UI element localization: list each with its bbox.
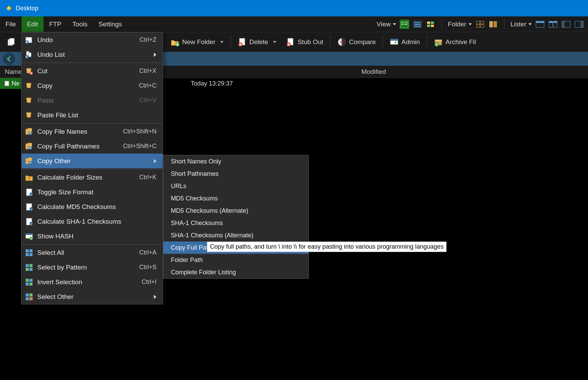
submenu-item-label: URLs (171, 183, 301, 190)
edit-menu-item[interactable]: Show HASH (22, 229, 163, 244)
stub-out-icon (286, 38, 295, 47)
svg-marker-37 (220, 41, 224, 43)
submenu-item-label: Complete Folder Listing (171, 269, 301, 276)
new-folder-button[interactable]: New Folder (166, 35, 228, 49)
copy-files-button[interactable] (3, 35, 20, 49)
copy-other-item[interactable]: Short Names Only (163, 155, 309, 168)
menu-item-shortcut: Ctrl+Z (140, 36, 157, 43)
copy-files-icon (7, 38, 16, 47)
svg-marker-70 (154, 159, 157, 163)
svg-rect-35 (10, 38, 14, 44)
lister-layout-1-icon[interactable] (535, 19, 545, 29)
dual-pane-icon[interactable] (488, 19, 498, 29)
svg-rect-54 (28, 53, 31, 57)
back-button[interactable] (3, 53, 15, 65)
edit-menu-item[interactable]: ACopy Other (22, 154, 163, 168)
menu-item-label: Copy (37, 82, 124, 90)
edit-menu-item[interactable]: CutCtrl+X (22, 64, 163, 78)
copy-other-item[interactable]: SHA-1 Checksums (163, 217, 309, 229)
edit-menu-item[interactable]: Select Other (22, 289, 163, 304)
menu-edit[interactable]: Edit (22, 16, 44, 32)
lister-layout-2-icon[interactable] (548, 19, 558, 29)
svg-rect-48 (435, 40, 442, 41)
lister-dropdown[interactable]: Lister (511, 21, 532, 28)
svg-rect-90 (29, 268, 33, 271)
back-arrow-icon (5, 55, 12, 62)
edit-menu-item[interactable]: Invert SelectionCtrl+I (22, 275, 163, 289)
lister-layout-4-icon[interactable] (574, 19, 584, 29)
paste-icon (25, 96, 33, 105)
copy-other-item[interactable]: Complete Folder Listing (163, 266, 309, 278)
edit-menu-item[interactable]: !Calculate MD5 Checksums (22, 199, 163, 214)
archive-files-button[interactable]: Archive Fil (430, 35, 480, 49)
edit-menu-item[interactable]: Undo List (22, 47, 163, 62)
copy-other-item[interactable]: Folder Path (163, 254, 309, 266)
svg-text:A: A (29, 146, 32, 149)
svg-rect-50 (5, 81, 9, 86)
menu-file[interactable]: File (0, 16, 22, 32)
copy-other-item[interactable]: URLs (163, 180, 309, 192)
menu-settings[interactable]: Settings (93, 16, 128, 32)
svg-rect-19 (476, 25, 480, 27)
svg-marker-100 (154, 295, 157, 299)
hash-icon (25, 232, 33, 240)
svg-rect-84 (29, 249, 33, 252)
doc-info-icon: i (25, 188, 33, 196)
copy-other-item[interactable]: SHA-1 Checksums (Alternate) (163, 229, 309, 241)
svg-rect-86 (29, 253, 33, 256)
edit-menu-item[interactable]: Select AllCtrl+A (22, 245, 163, 260)
edit-menu-item[interactable]: !Calculate SHA-1 Checksums (22, 214, 163, 229)
cut-icon (25, 67, 33, 75)
submenu-item-label: Short Pathnames (171, 170, 301, 178)
menu-item-label: Select by Pattern (37, 264, 125, 271)
edit-menu-item: PasteCtrl+V (22, 93, 163, 108)
svg-rect-22 (493, 21, 497, 27)
chevron-down-icon[interactable] (273, 41, 276, 43)
chevron-down-icon[interactable] (220, 41, 224, 43)
menu-ftp[interactable]: FTP (43, 16, 67, 32)
admin-label: Admin (401, 38, 420, 46)
menu-tools[interactable]: Tools (67, 16, 93, 32)
svg-text:!: ! (31, 208, 32, 211)
svg-text:i: i (31, 193, 32, 196)
edit-menu-item[interactable]: Select by PatternCtrl+S (22, 260, 163, 275)
svg-rect-85 (26, 253, 29, 256)
menu-item-label: Cut (37, 67, 125, 75)
view-mode-thumbnails-icon[interactable] (426, 19, 435, 29)
tooltip: Copy full paths, and turn \ into \\ for … (207, 241, 447, 252)
column-modified[interactable]: Modified (161, 68, 588, 76)
edit-menu-item[interactable]: Calculate Folder SizesCtrl+K (22, 170, 163, 185)
copy-other-item[interactable]: MD5 Checksums (163, 192, 309, 205)
delete-button[interactable]: Delete (234, 35, 280, 49)
edit-menu-item[interactable]: UndoCtrl+Z (22, 32, 163, 47)
lister-layout-3-icon[interactable] (561, 19, 571, 29)
view-mode-details-icon[interactable] (400, 19, 409, 29)
submenu-item-label: SHA-1 Checksums (Alternate) (171, 232, 301, 239)
edit-menu-item[interactable]: Paste File List (22, 108, 163, 122)
view-mode-list-icon[interactable] (413, 19, 422, 29)
svg-text:A: A (29, 131, 32, 135)
svg-rect-18 (480, 21, 484, 24)
view-dropdown[interactable]: View (377, 21, 396, 28)
doc-check-icon: ! (25, 218, 33, 226)
folder-dropdown[interactable]: Folder (448, 21, 472, 28)
svg-rect-5 (405, 22, 408, 23)
edit-menu-item[interactable]: ACopy Full PathnamesCtrl+Shift+C (22, 139, 163, 154)
svg-rect-88 (29, 264, 33, 267)
edit-menu-item[interactable]: CopyCtrl+C (22, 78, 163, 93)
svg-rect-20 (480, 25, 484, 27)
submenu-item-label: MD5 Checksums (171, 195, 301, 202)
copy-other-item[interactable]: MD5 Checksums (Alternate) (163, 205, 309, 217)
svg-rect-7 (405, 24, 408, 25)
copy-icon (25, 82, 33, 90)
folder-tree-icon[interactable] (475, 19, 485, 29)
stub-out-button[interactable]: Stub Out (282, 35, 327, 49)
svg-rect-93 (26, 283, 29, 286)
admin-button[interactable]: Admin (386, 35, 424, 49)
undo-icon (25, 36, 33, 44)
admin-icon (390, 38, 399, 47)
edit-menu-item[interactable]: iToggle Size Format (22, 185, 163, 199)
edit-menu-item[interactable]: ACopy File NamesCtrl+Shift+N (22, 124, 163, 139)
copy-other-item[interactable]: Short Pathnames (163, 168, 309, 180)
compare-button[interactable]: Compare (333, 35, 380, 49)
